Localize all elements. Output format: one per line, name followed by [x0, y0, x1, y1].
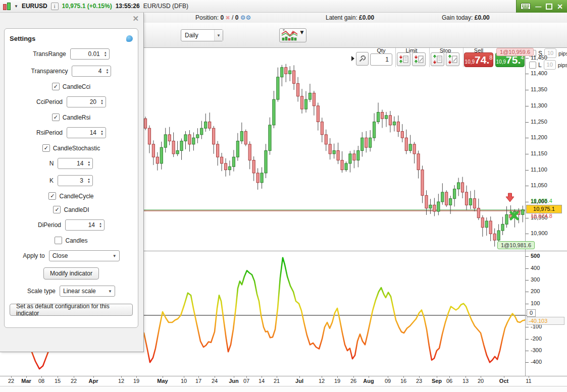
live-price: 10,975.1 (+0.15%) [62, 3, 112, 10]
spinner-n[interactable]: 14▲▼ [58, 158, 93, 169]
chevron-down-icon: ▼ [299, 29, 305, 42]
candle [269, 125, 271, 151]
limit-distance-checkbox[interactable] [529, 62, 536, 69]
checkbox-candlestochastic[interactable]: ✓ [42, 144, 50, 152]
candle [425, 195, 428, 208]
button-set-as-default-configuration-for-this-indicator[interactable]: Set as default configuration for this in… [10, 304, 133, 316]
settings-row-candlestochastic: ✓CandleStochastic [10, 144, 133, 152]
checkbox-candlersi[interactable]: ✓ [52, 114, 60, 121]
candle [461, 183, 463, 192]
settings-row-candles: Candles [10, 237, 133, 244]
date-label: Jul [295, 378, 303, 384]
candle [473, 199, 476, 208]
candle [224, 163, 227, 170]
candle [297, 83, 299, 96]
date-label: Jun [229, 378, 239, 384]
instrument-name: EUR/USD (DFB) [143, 3, 188, 10]
candle [261, 173, 263, 183]
date-label: 09 [385, 378, 391, 384]
chart-style-button[interactable]: ▼ [279, 28, 306, 42]
candle [353, 154, 355, 160]
settings-row-cciperiod: CciPeriod20▲▼ [10, 96, 133, 107]
axis-tick-label: 500 [531, 253, 540, 259]
candle [213, 128, 215, 144]
chevron-down-icon: ▼ [214, 30, 223, 41]
candle [209, 122, 211, 129]
spinner-transparency[interactable]: 4▲▼ [72, 66, 111, 77]
working-orders-count: 0 [235, 14, 239, 21]
settings-title: Settings [10, 35, 35, 42]
close-button[interactable]: ✕ [557, 3, 563, 10]
candle [365, 138, 368, 147]
candle [433, 205, 436, 211]
candle [341, 160, 343, 170]
checkbox-candlecci[interactable]: ✓ [52, 83, 60, 90]
candle [256, 173, 259, 183]
close-position-icon[interactable]: ✖ [225, 15, 230, 21]
candle [220, 157, 223, 163]
candle [240, 132, 243, 141]
trading-window: ▼ EURUSD i 10,975.1 (+0.15%) 13:55:26 EU… [0, 0, 567, 392]
help-bubble-icon[interactable] [126, 35, 133, 42]
checkbox-candlecycle[interactable]: ✓ [48, 192, 56, 200]
minimize-button[interactable]: — [535, 4, 541, 10]
candle [357, 151, 359, 160]
symbol-dropdown-icon[interactable]: ▼ [14, 4, 18, 9]
close-icon[interactable]: ✕ [132, 14, 139, 23]
limit-distance-value[interactable]: 10 [544, 60, 556, 70]
candle [361, 138, 364, 150]
date-label: 22 [8, 378, 14, 384]
position-count: 0 [220, 14, 224, 21]
axis-tick-label: 11,150 [531, 150, 547, 156]
info-icon[interactable]: i [51, 3, 59, 10]
date-label: 12 [118, 378, 124, 384]
spinner-k[interactable]: 3▲▼ [58, 175, 93, 186]
candle [156, 157, 159, 163]
date-label: 20 [478, 378, 484, 384]
date-label: 23 [416, 378, 422, 384]
candle [377, 112, 380, 122]
keyboard-icon[interactable] [521, 3, 531, 10]
candle [184, 135, 187, 141]
chevron-down-icon: ▼ [106, 289, 115, 294]
button-modify-indicator[interactable]: Modify indicator [43, 267, 99, 279]
candle [349, 154, 351, 163]
axis-tick-label: 100 [531, 300, 540, 306]
checkbox-candles[interactable] [55, 237, 62, 244]
candle [445, 192, 448, 205]
spinner-diperiod[interactable]: 14▲▼ [65, 219, 105, 231]
date-label: 21 [274, 378, 280, 384]
select-scale-type[interactable]: Linear scale▼ [60, 286, 115, 297]
candle [176, 151, 179, 154]
candle [293, 71, 295, 83]
candle [228, 166, 231, 170]
date-label: 08 [38, 378, 44, 384]
spinner-cciperiod[interactable]: 20▲▼ [67, 96, 106, 107]
limit-distance-row: L 10 pips [529, 60, 567, 70]
chart-scrollbar[interactable] [0, 386, 567, 392]
select-apply-to[interactable]: Close▼ [49, 250, 120, 261]
candle [252, 160, 255, 173]
candle [505, 214, 508, 224]
candle [317, 106, 319, 122]
candle [397, 122, 399, 132]
maximize-button[interactable] [546, 4, 552, 10]
timeframe-select[interactable]: Daily▼ [181, 29, 223, 41]
checkbox-candledi[interactable]: ✓ [53, 206, 61, 213]
candle [196, 135, 199, 138]
settings-row-set-as-default-configuration-for-this-indicator: Set as default configuration for this in… [10, 304, 133, 316]
orders-gear-icon[interactable]: ⚙⚙ [240, 14, 251, 21]
indicator-value-box: -40.103 [527, 317, 564, 325]
spinner-rsiperiod[interactable]: 14▲▼ [67, 127, 106, 138]
candle [409, 144, 411, 151]
symbol-label: EURUSD [22, 3, 47, 10]
spinner-transrange[interactable]: 0.01▲▼ [70, 48, 110, 60]
candle [277, 77, 279, 99]
clock: 13:55:26 [116, 3, 140, 10]
candle [421, 170, 424, 196]
date-label: Apr [89, 378, 98, 384]
gain-today: Gain today: £0.00 [442, 14, 490, 21]
date-label: 13 [462, 378, 469, 384]
axis-tick-label: 11,050 [531, 182, 547, 188]
candle [273, 99, 275, 125]
